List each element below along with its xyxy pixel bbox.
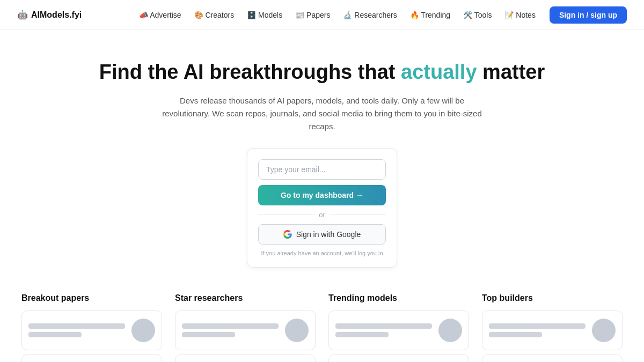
skeleton-line — [489, 323, 586, 329]
nav-link-trending[interactable]: 🔥 Trending — [405, 8, 456, 23]
skeleton-line-short — [182, 332, 235, 337]
list-item[interactable] — [175, 354, 316, 362]
skeleton-line — [28, 323, 125, 329]
nav-links: 📣 Advertise🎨 Creators🗄️ Models📰 Papers🔬 … — [134, 8, 541, 23]
logo-text: AIModels.fyi — [31, 10, 82, 20]
section-trending-models: Trending models — [328, 293, 469, 362]
section-title: Trending models — [328, 293, 469, 303]
list-item[interactable] — [175, 311, 316, 350]
dashboard-button[interactable]: Go to my dashboard → — [258, 185, 386, 205]
skeleton-line-short — [28, 332, 82, 337]
list-item[interactable] — [482, 311, 623, 350]
card-list — [175, 311, 316, 362]
content-sections: Breakout papersStar researchersTrending … — [0, 293, 644, 362]
nav-link-notes[interactable]: 📝 Notes — [499, 8, 540, 23]
or-label: or — [319, 211, 325, 219]
nav-link-advertise[interactable]: 📣 Advertise — [134, 8, 186, 23]
section-breakout-papers: Breakout papers — [21, 293, 162, 362]
list-item[interactable] — [21, 311, 162, 350]
email-input[interactable] — [258, 159, 386, 180]
section-title: Breakout papers — [21, 293, 162, 303]
list-item[interactable] — [482, 354, 623, 362]
hero-title-start: Find the AI breakthroughs that — [99, 61, 401, 83]
avatar — [438, 319, 462, 342]
or-divider: or — [258, 211, 386, 219]
hero-title-accent: actually — [401, 61, 477, 83]
avatar — [285, 319, 309, 342]
hero-title-end: matter — [477, 61, 545, 83]
google-signin-button[interactable]: Sign in with Google — [258, 224, 386, 245]
nav-link-researchers[interactable]: 🔬 Researchers — [338, 8, 402, 23]
logo[interactable]: 🤖 AIModels.fyi — [17, 10, 82, 20]
section-top-builders: Top builders — [482, 293, 623, 362]
nav-link-tools[interactable]: 🛠️ Tools — [458, 8, 497, 23]
avatar — [592, 319, 616, 342]
hero-title: Find the AI breakthroughs that actually … — [99, 60, 545, 85]
nav-link-papers[interactable]: 📰 Papers — [290, 8, 335, 23]
list-item[interactable] — [21, 354, 162, 362]
skeleton-line — [182, 323, 279, 329]
nav-link-creators[interactable]: 🎨 Creators — [189, 8, 240, 23]
skeleton-line-short — [489, 332, 542, 337]
card-list — [328, 311, 469, 362]
navbar: 🤖 AIModels.fyi 📣 Advertise🎨 Creators🗄️ M… — [0, 0, 644, 30]
avatar — [131, 319, 155, 342]
list-item[interactable] — [328, 311, 469, 350]
list-item[interactable] — [328, 354, 469, 362]
signin-note: If you already have an account, we'll lo… — [258, 250, 386, 256]
signup-card: Go to my dashboard → or Sign in with Goo… — [247, 148, 397, 268]
nav-link-models[interactable]: 🗄️ Models — [241, 8, 288, 23]
skeleton-line — [335, 323, 432, 329]
card-list — [21, 311, 162, 362]
signin-button[interactable]: Sign in / sign up — [550, 6, 627, 24]
skeleton-line-short — [335, 332, 389, 337]
google-btn-label: Sign in with Google — [296, 230, 361, 239]
section-title: Top builders — [482, 293, 623, 303]
section-title: Star researchers — [175, 293, 316, 303]
card-list — [482, 311, 623, 362]
hero-subtitle: Devs release thousands of AI papers, mod… — [156, 94, 488, 133]
hero-section: Find the AI breakthroughs that actually … — [0, 30, 644, 293]
logo-emoji: 🤖 — [17, 10, 28, 20]
section-star-researchers: Star researchers — [175, 293, 316, 362]
google-icon — [283, 230, 292, 239]
